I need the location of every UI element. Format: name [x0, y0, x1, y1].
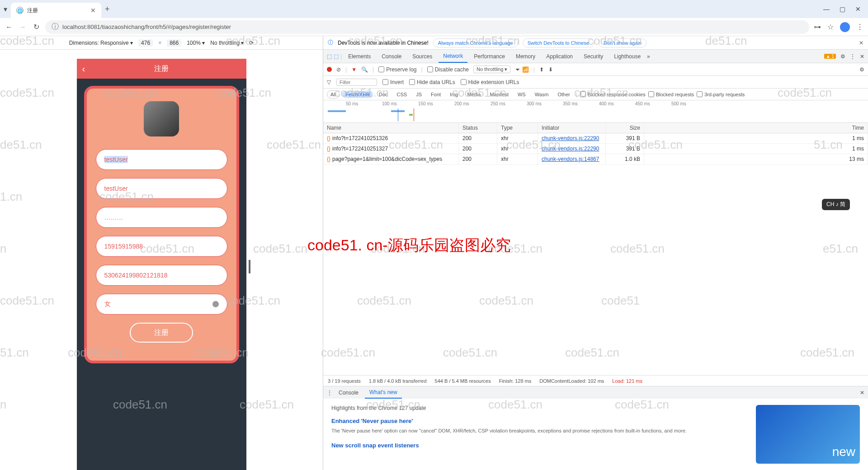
- phone-input[interactable]: 15915915988: [96, 236, 227, 257]
- username-input[interactable]: testUser: [96, 149, 227, 170]
- type-media[interactable]: Media: [464, 91, 484, 98]
- wn-heading-1[interactable]: Enhanced 'Never pause here': [331, 418, 747, 424]
- profile-avatar-icon[interactable]: [840, 22, 850, 32]
- type-font[interactable]: Font: [428, 91, 444, 98]
- clear-icon[interactable]: ⊘: [336, 66, 341, 73]
- new-tab-button[interactable]: +: [105, 5, 110, 14]
- device-mode-icon[interactable]: ⬚: [334, 53, 339, 60]
- blocked-requests-checkbox[interactable]: Blocked requests: [648, 91, 694, 97]
- type-doc[interactable]: Doc: [376, 91, 391, 98]
- minimize-icon[interactable]: —: [823, 5, 830, 13]
- wifi-icon[interactable]: ⏷ 📶: [515, 66, 528, 73]
- gender-select[interactable]: 女: [96, 294, 227, 315]
- site-info-icon[interactable]: ⓘ: [52, 22, 59, 32]
- type-img[interactable]: Img: [447, 91, 461, 98]
- devtools-close-icon[interactable]: ✕: [860, 53, 864, 60]
- settings-gear-icon[interactable]: ⚙: [840, 53, 845, 60]
- whatsnew-video-thumb[interactable]: new: [756, 405, 860, 464]
- thirdparty-checkbox[interactable]: 3rd-party requests: [697, 91, 745, 97]
- type-other[interactable]: Other: [554, 91, 573, 98]
- disable-cache-checkbox[interactable]: Disable cache: [427, 66, 469, 73]
- dimensions-selector[interactable]: Dimensions: Responsive ▾: [69, 40, 133, 46]
- avatar-image[interactable]: [144, 101, 179, 136]
- drawer-tab-console[interactable]: Console: [334, 387, 363, 398]
- throttling-select[interactable]: No throttling ▾: [473, 66, 510, 73]
- maximize-icon[interactable]: ▢: [840, 5, 845, 13]
- nickname-input[interactable]: testUser: [96, 178, 227, 199]
- search-icon[interactable]: 🔍: [361, 66, 368, 73]
- width-input[interactable]: 476: [138, 39, 153, 47]
- upload-icon[interactable]: ⬆: [539, 66, 544, 73]
- back-arrow-icon[interactable]: ‹: [82, 64, 85, 74]
- hide-ext-checkbox[interactable]: Hide extension URLs: [461, 79, 519, 85]
- drawer-kebab-icon[interactable]: ⋮: [327, 390, 332, 396]
- drawer-close-icon[interactable]: ✕: [860, 390, 864, 396]
- type-js[interactable]: JS: [413, 91, 425, 98]
- rotate-icon[interactable]: ⟳: [249, 40, 254, 46]
- bookmark-star-icon[interactable]: ☆: [827, 23, 834, 31]
- drawer-tabs: ⋮ Console What's new ✕: [323, 386, 868, 399]
- tab-lighthouse[interactable]: Lighthouse: [609, 51, 645, 62]
- kebab-icon[interactable]: ⋮: [850, 53, 855, 60]
- wn-heading-2[interactable]: New scroll snap event listeners: [331, 442, 747, 449]
- type-fetchxhr[interactable]: Fetch/XHR: [342, 91, 373, 98]
- network-toolbar: ⊘ | ▼ 🔍 | Preserve log | Disable cache N…: [323, 63, 868, 76]
- network-settings-gear-icon[interactable]: ⚙: [859, 66, 864, 73]
- table-row[interactable]: {}page?page=1&limit=100&dicCode=sex_type…: [323, 154, 868, 164]
- inspect-icon[interactable]: ⬚: [327, 53, 332, 60]
- record-icon[interactable]: [327, 67, 332, 72]
- reload-icon[interactable]: ↻: [32, 23, 41, 31]
- filter-input[interactable]: [336, 79, 377, 86]
- tab-network[interactable]: Network: [439, 50, 467, 63]
- tab-security[interactable]: Security: [579, 51, 608, 62]
- table-row[interactable]: {}info?t=1722410251326200xhrchunk-vendor…: [323, 133, 868, 144]
- menu-dots-icon[interactable]: ⋮: [856, 23, 863, 31]
- drawer-tab-whatsnew[interactable]: What's new: [365, 387, 402, 399]
- download-icon[interactable]: ⬇: [548, 66, 553, 73]
- blocked-cookies-checkbox[interactable]: Blocked response cookies: [580, 91, 646, 97]
- tab-memory[interactable]: Memory: [511, 51, 540, 62]
- globe-icon: 🌐: [16, 7, 24, 14]
- type-ws[interactable]: WS: [514, 91, 529, 98]
- type-css[interactable]: CSS: [394, 91, 410, 98]
- tab-application[interactable]: Application: [542, 51, 577, 62]
- throttle-selector[interactable]: No throttling ▾: [210, 40, 244, 46]
- browser-tab[interactable]: 🌐 注册 ✕: [11, 3, 101, 18]
- forward-icon[interactable]: →: [18, 23, 27, 31]
- banner-close-icon[interactable]: ✕: [859, 40, 863, 46]
- banner-switch-button[interactable]: Switch DevTools to Chinese: [523, 38, 594, 47]
- tab-performance[interactable]: Performance: [469, 51, 509, 62]
- close-icon[interactable]: ✕: [90, 7, 96, 14]
- tab-console[interactable]: Console: [377, 51, 406, 62]
- wn-para-1: The 'Never pause here' option can now "c…: [331, 427, 747, 435]
- type-manifest[interactable]: Manifest: [486, 91, 512, 98]
- preserve-log-checkbox[interactable]: Preserve log: [378, 66, 416, 73]
- table-row[interactable]: {}info?t=1722410251327200xhrchunk-vendor…: [323, 144, 868, 154]
- back-icon[interactable]: ←: [5, 23, 14, 31]
- banner-dismiss-button[interactable]: Don't show again: [599, 38, 646, 47]
- password-input[interactable]: ………: [96, 207, 227, 228]
- banner-match-button[interactable]: Always match Chrome's language: [433, 38, 518, 47]
- password-key-icon[interactable]: ⊶: [814, 23, 821, 31]
- zoom-selector[interactable]: 100% ▾: [187, 40, 205, 46]
- warnings-badge[interactable]: ▲ 1: [824, 54, 836, 59]
- submit-button[interactable]: 注册: [130, 323, 193, 343]
- resize-handle[interactable]: [249, 260, 250, 273]
- tab-dropdown-icon[interactable]: ▾: [4, 5, 7, 14]
- type-all[interactable]: All: [327, 90, 340, 99]
- url-input[interactable]: ⓘ localhost:8081/tiaozaoshichang/front/h…: [45, 20, 809, 34]
- invert-checkbox[interactable]: Invert: [382, 79, 404, 85]
- tab-sources[interactable]: Sources: [408, 51, 437, 62]
- type-wasm[interactable]: Wasm: [532, 91, 552, 98]
- height-input[interactable]: 866: [167, 39, 181, 47]
- more-tabs-icon[interactable]: »: [647, 53, 650, 60]
- window-close-icon[interactable]: ✕: [855, 5, 861, 13]
- idcard-input[interactable]: 530624199802121818: [96, 265, 227, 286]
- dropdown-indicator-icon: [212, 301, 219, 307]
- app-header: ‹ 注册: [77, 59, 246, 79]
- network-timeline[interactable]: 50 ms 100 ms 150 ms 200 ms 250 ms 300 ms…: [323, 100, 868, 123]
- hide-data-checkbox[interactable]: Hide data URLs: [409, 79, 455, 85]
- browser-titlebar: ▾ 🌐 注册 ✕ + — ▢ ✕: [0, 0, 868, 18]
- tab-elements[interactable]: Elements: [344, 51, 375, 62]
- filter-funnel-icon[interactable]: ▼: [351, 66, 357, 73]
